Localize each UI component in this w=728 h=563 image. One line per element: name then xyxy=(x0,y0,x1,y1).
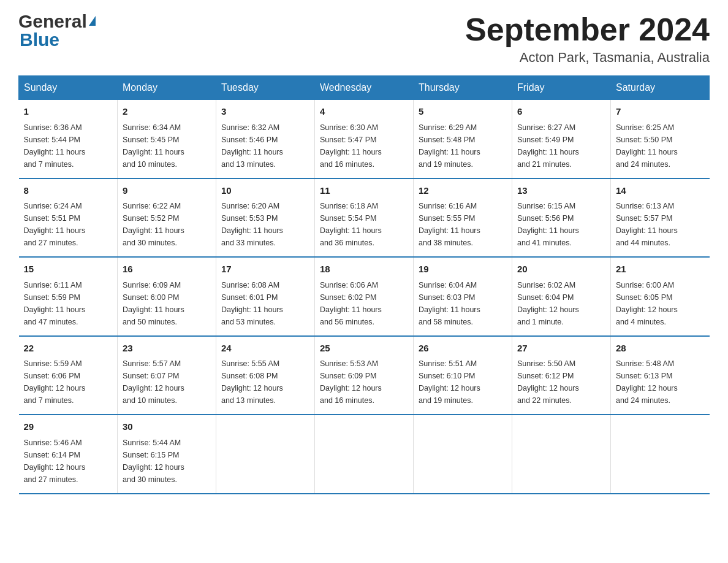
day-info: Sunrise: 6:24 AMSunset: 5:51 PMDaylight:… xyxy=(24,200,113,249)
logo-general-text: General xyxy=(18,12,87,31)
day-number: 26 xyxy=(419,342,507,356)
day-number: 10 xyxy=(221,184,309,198)
calendar-cell: 10Sunrise: 6:20 AMSunset: 5:53 PMDayligh… xyxy=(216,178,315,258)
calendar-cell: 13Sunrise: 6:15 AMSunset: 5:56 PMDayligh… xyxy=(512,178,611,258)
day-number: 14 xyxy=(616,184,705,198)
calendar-cell: 5Sunrise: 6:29 AMSunset: 5:48 PMDaylight… xyxy=(414,100,512,178)
calendar-cell: 25Sunrise: 5:53 AMSunset: 6:09 PMDayligh… xyxy=(315,336,414,415)
day-info: Sunrise: 6:34 AMSunset: 5:45 PMDaylight:… xyxy=(123,121,211,170)
day-info: Sunrise: 6:06 AMSunset: 6:02 PMDaylight:… xyxy=(320,279,408,328)
day-info: Sunrise: 6:27 AMSunset: 5:49 PMDaylight:… xyxy=(517,121,605,170)
day-number: 27 xyxy=(517,342,605,356)
calendar-cell xyxy=(216,415,315,494)
day-number: 22 xyxy=(24,342,113,356)
day-info: Sunrise: 6:09 AMSunset: 6:00 PMDaylight:… xyxy=(123,279,211,328)
calendar-week-1: 1Sunrise: 6:36 AMSunset: 5:44 PMDaylight… xyxy=(19,100,710,178)
day-info: Sunrise: 5:46 AMSunset: 6:14 PMDaylight:… xyxy=(24,437,113,486)
calendar-header-row: SundayMondayTuesdayWednesdayThursdayFrid… xyxy=(19,76,710,100)
day-info: Sunrise: 6:11 AMSunset: 5:59 PMDaylight:… xyxy=(24,279,113,328)
calendar-cell: 23Sunrise: 5:57 AMSunset: 6:07 PMDayligh… xyxy=(118,336,216,415)
day-info: Sunrise: 6:08 AMSunset: 6:01 PMDaylight:… xyxy=(221,279,309,328)
location-title: Acton Park, Tasmania, Australia xyxy=(465,50,710,66)
calendar-cell: 27Sunrise: 5:50 AMSunset: 6:12 PMDayligh… xyxy=(512,336,611,415)
calendar-cell xyxy=(315,415,414,494)
calendar-cell: 2Sunrise: 6:34 AMSunset: 5:45 PMDaylight… xyxy=(118,100,216,178)
day-number: 21 xyxy=(616,262,705,277)
day-info: Sunrise: 5:51 AMSunset: 6:10 PMDaylight:… xyxy=(419,358,507,407)
header-tuesday: Tuesday xyxy=(216,76,315,100)
day-info: Sunrise: 6:04 AMSunset: 6:03 PMDaylight:… xyxy=(419,279,507,328)
day-info: Sunrise: 6:02 AMSunset: 6:04 PMDaylight:… xyxy=(517,279,605,328)
day-info: Sunrise: 6:29 AMSunset: 5:48 PMDaylight:… xyxy=(419,121,507,170)
logo-blue-text: Blue xyxy=(20,31,59,49)
logo: General Blue xyxy=(18,12,96,49)
day-number: 12 xyxy=(419,184,507,198)
header-monday: Monday xyxy=(118,76,216,100)
day-info: Sunrise: 6:32 AMSunset: 5:46 PMDaylight:… xyxy=(221,121,309,170)
calendar-table: SundayMondayTuesdayWednesdayThursdayFrid… xyxy=(18,75,710,494)
day-info: Sunrise: 5:50 AMSunset: 6:12 PMDaylight:… xyxy=(517,358,605,407)
day-info: Sunrise: 5:59 AMSunset: 6:06 PMDaylight:… xyxy=(24,358,113,407)
calendar-cell: 30Sunrise: 5:44 AMSunset: 6:15 PMDayligh… xyxy=(118,415,216,494)
day-number: 1 xyxy=(24,105,113,119)
calendar-week-2: 8Sunrise: 6:24 AMSunset: 5:51 PMDaylight… xyxy=(19,178,710,258)
day-number: 30 xyxy=(123,420,211,434)
calendar-cell: 12Sunrise: 6:16 AMSunset: 5:55 PMDayligh… xyxy=(414,178,512,258)
calendar-week-5: 29Sunrise: 5:46 AMSunset: 6:14 PMDayligh… xyxy=(19,415,710,494)
calendar-cell: 15Sunrise: 6:11 AMSunset: 5:59 PMDayligh… xyxy=(19,257,118,336)
calendar-week-3: 15Sunrise: 6:11 AMSunset: 5:59 PMDayligh… xyxy=(19,257,710,336)
day-number: 9 xyxy=(123,184,211,198)
day-number: 4 xyxy=(320,105,408,119)
calendar-cell xyxy=(611,415,710,494)
day-number: 3 xyxy=(221,105,309,119)
calendar-cell: 8Sunrise: 6:24 AMSunset: 5:51 PMDaylight… xyxy=(19,178,118,258)
calendar-cell: 29Sunrise: 5:46 AMSunset: 6:14 PMDayligh… xyxy=(19,415,118,494)
day-info: Sunrise: 6:15 AMSunset: 5:56 PMDaylight:… xyxy=(517,200,605,249)
day-info: Sunrise: 5:55 AMSunset: 6:08 PMDaylight:… xyxy=(221,358,309,407)
header-wednesday: Wednesday xyxy=(315,76,414,100)
calendar-cell: 20Sunrise: 6:02 AMSunset: 6:04 PMDayligh… xyxy=(512,257,611,336)
calendar-cell xyxy=(414,415,512,494)
calendar-cell: 9Sunrise: 6:22 AMSunset: 5:52 PMDaylight… xyxy=(118,178,216,258)
calendar-cell: 18Sunrise: 6:06 AMSunset: 6:02 PMDayligh… xyxy=(315,257,414,336)
calendar-cell: 21Sunrise: 6:00 AMSunset: 6:05 PMDayligh… xyxy=(611,257,710,336)
calendar-cell: 7Sunrise: 6:25 AMSunset: 5:50 PMDaylight… xyxy=(611,100,710,178)
day-info: Sunrise: 6:16 AMSunset: 5:55 PMDaylight:… xyxy=(419,200,507,249)
calendar-cell: 26Sunrise: 5:51 AMSunset: 6:10 PMDayligh… xyxy=(414,336,512,415)
calendar-cell: 28Sunrise: 5:48 AMSunset: 6:13 PMDayligh… xyxy=(611,336,710,415)
day-info: Sunrise: 6:13 AMSunset: 5:57 PMDaylight:… xyxy=(616,200,705,249)
day-number: 17 xyxy=(221,262,309,277)
day-number: 28 xyxy=(616,342,705,356)
header-thursday: Thursday xyxy=(414,76,512,100)
day-info: Sunrise: 5:44 AMSunset: 6:15 PMDaylight:… xyxy=(123,437,211,486)
day-number: 13 xyxy=(517,184,605,198)
day-number: 8 xyxy=(24,184,113,198)
calendar-cell: 19Sunrise: 6:04 AMSunset: 6:03 PMDayligh… xyxy=(414,257,512,336)
day-info: Sunrise: 5:53 AMSunset: 6:09 PMDaylight:… xyxy=(320,358,408,407)
logo-triangle-icon xyxy=(89,16,96,26)
day-number: 20 xyxy=(517,262,605,277)
calendar-cell: 24Sunrise: 5:55 AMSunset: 6:08 PMDayligh… xyxy=(216,336,315,415)
day-info: Sunrise: 6:30 AMSunset: 5:47 PMDaylight:… xyxy=(320,121,408,170)
day-number: 5 xyxy=(419,105,507,119)
day-number: 24 xyxy=(221,342,309,356)
calendar-week-4: 22Sunrise: 5:59 AMSunset: 6:06 PMDayligh… xyxy=(19,336,710,415)
calendar-cell: 16Sunrise: 6:09 AMSunset: 6:00 PMDayligh… xyxy=(118,257,216,336)
day-info: Sunrise: 6:36 AMSunset: 5:44 PMDaylight:… xyxy=(24,121,113,170)
day-number: 25 xyxy=(320,342,408,356)
calendar-cell: 3Sunrise: 6:32 AMSunset: 5:46 PMDaylight… xyxy=(216,100,315,178)
day-info: Sunrise: 6:20 AMSunset: 5:53 PMDaylight:… xyxy=(221,200,309,249)
calendar-cell: 22Sunrise: 5:59 AMSunset: 6:06 PMDayligh… xyxy=(19,336,118,415)
day-number: 23 xyxy=(123,342,211,356)
day-number: 6 xyxy=(517,105,605,119)
day-number: 29 xyxy=(24,420,113,434)
day-info: Sunrise: 6:18 AMSunset: 5:54 PMDaylight:… xyxy=(320,200,408,249)
header-sunday: Sunday xyxy=(19,76,118,100)
day-info: Sunrise: 5:48 AMSunset: 6:13 PMDaylight:… xyxy=(616,358,705,407)
calendar-cell: 14Sunrise: 6:13 AMSunset: 5:57 PMDayligh… xyxy=(611,178,710,258)
title-section: September 2024 Acton Park, Tasmania, Aus… xyxy=(465,12,710,66)
day-number: 11 xyxy=(320,184,408,198)
calendar-cell: 1Sunrise: 6:36 AMSunset: 5:44 PMDaylight… xyxy=(19,100,118,178)
calendar-cell: 6Sunrise: 6:27 AMSunset: 5:49 PMDaylight… xyxy=(512,100,611,178)
page-header: General Blue September 2024 Acton Park, … xyxy=(18,12,710,66)
